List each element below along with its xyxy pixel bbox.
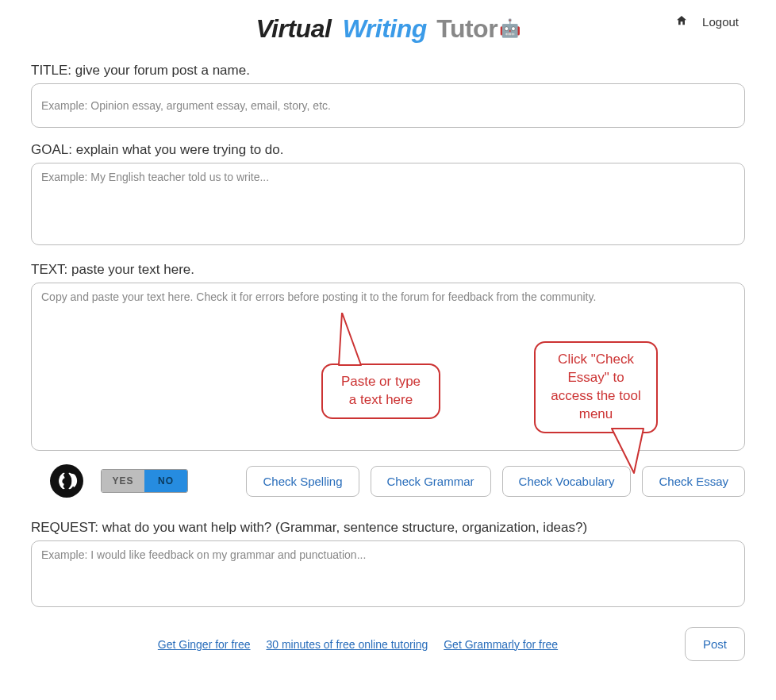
check-essay-button[interactable]: Check Essay xyxy=(642,466,745,497)
request-input[interactable] xyxy=(31,540,745,607)
grammarly-link[interactable]: Get Grammarly for free xyxy=(444,638,558,651)
logo: Virtual Writing Tutor🤖 xyxy=(31,14,745,44)
yes-no-toggle[interactable]: YES NO xyxy=(101,469,188,493)
home-icon[interactable] xyxy=(675,14,688,29)
logout-link[interactable]: Logout xyxy=(702,15,739,29)
logo-word-3: Tutor xyxy=(436,14,497,43)
footer-links: Get Ginger for free 30 minutes of free o… xyxy=(31,638,685,651)
nav-right: Logout xyxy=(675,14,739,29)
callout-paste-text: Paste or type a text here xyxy=(341,374,421,407)
ginger-link[interactable]: Get Ginger for free xyxy=(158,638,251,651)
goal-input[interactable] xyxy=(31,163,745,245)
check-grammar-button[interactable]: Check Grammar xyxy=(371,466,491,497)
goal-label: GOAL: explain what you were trying to do… xyxy=(31,142,745,158)
title-label: TITLE: give your forum post a name. xyxy=(31,63,745,79)
toggle-no[interactable]: NO xyxy=(144,470,187,492)
topbar: Virtual Writing Tutor🤖 Logout xyxy=(31,6,745,58)
logo-word-1: Virtual xyxy=(255,14,331,43)
robot-icon: 🤖 xyxy=(499,18,521,38)
title-input[interactable] xyxy=(31,83,745,128)
logo-word-2: Writing xyxy=(343,14,427,43)
globe-icon[interactable] xyxy=(50,464,83,498)
callout-essay-text: Click "Check Essay" to access the tool m… xyxy=(551,352,640,421)
post-button[interactable]: Post xyxy=(685,627,745,661)
text-label: TEXT: paste your text here. xyxy=(31,262,745,278)
request-label: REQUEST: what do you want help with? (Gr… xyxy=(31,520,745,536)
toggle-yes[interactable]: YES xyxy=(102,470,144,492)
callout-essay: Click "Check Essay" to access the tool m… xyxy=(534,341,658,433)
check-spelling-button[interactable]: Check Spelling xyxy=(246,466,359,497)
callout-paste: Paste or type a text here xyxy=(321,363,440,419)
svg-marker-1 xyxy=(339,313,361,365)
svg-marker-2 xyxy=(612,429,643,473)
tutoring-link[interactable]: 30 minutes of free online tutoring xyxy=(266,638,428,651)
